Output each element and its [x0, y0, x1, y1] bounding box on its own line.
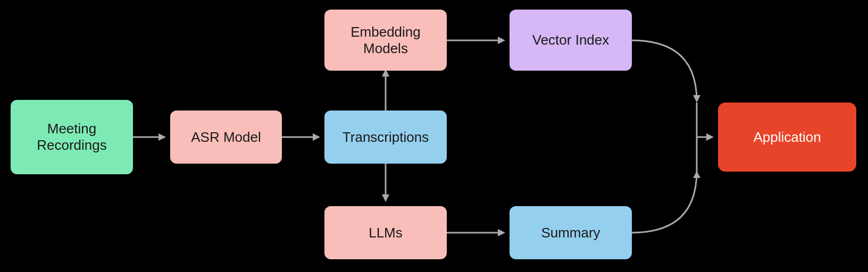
asr-model-node: ASR Model: [170, 110, 282, 164]
embedding-models-node: Embedding Models: [324, 10, 447, 71]
llms-node: LLMs: [324, 206, 447, 259]
svg-marker-13: [693, 171, 700, 178]
svg-marker-12: [693, 95, 700, 103]
svg-marker-10: [498, 229, 505, 236]
summary-node: Summary: [510, 206, 632, 259]
meeting-recordings-node: Meeting Recordings: [11, 100, 133, 174]
svg-marker-0: [158, 133, 166, 141]
svg-marker-8: [382, 194, 389, 202]
application-node: Application: [718, 103, 856, 172]
diagram: Meeting Recordings ASR Model Transcripti…: [0, 0, 868, 272]
transcriptions-node: Transcriptions: [324, 110, 447, 164]
vector-index-node: Vector Index: [510, 10, 632, 71]
svg-marker-6: [498, 37, 505, 44]
svg-marker-2: [313, 133, 320, 141]
svg-marker-15: [706, 133, 714, 141]
